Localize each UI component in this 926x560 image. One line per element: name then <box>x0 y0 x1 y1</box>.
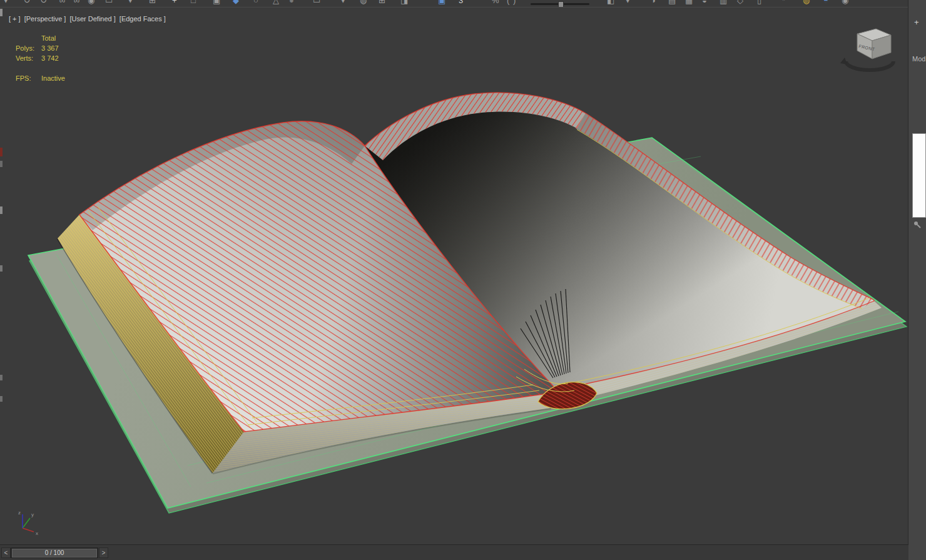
stats-verts-label: Verts: <box>16 53 41 63</box>
coordsys-arrow-icon[interactable]: ▾ <box>341 0 345 6</box>
viewcube-cube[interactable]: FRONT <box>857 29 891 59</box>
select-object-icon[interactable]: ⊞ <box>149 0 156 6</box>
unlink-selection-icon[interactable]: ∞ <box>74 0 79 6</box>
undo-icon[interactable]: ↺ <box>24 0 31 6</box>
viewport-layout-tab-button[interactable]: + <box>914 18 919 27</box>
viewport-statistics: Total Polys: 3 367 Verts: 3 742 FPS: Ina… <box>16 33 65 83</box>
select-and-link-icon[interactable]: ∞ <box>59 0 65 6</box>
select-and-rotate-icon[interactable]: ○ <box>253 0 258 6</box>
select-and-place-icon[interactable]: ● <box>289 0 294 6</box>
previous-frame-button[interactable]: < <box>1 547 11 558</box>
axis-x-line <box>23 528 34 532</box>
select-by-name-icon[interactable]: + <box>172 0 177 6</box>
time-slider-handle[interactable]: 0 / 100 <box>12 549 97 557</box>
mirror-icon[interactable]: ◑ <box>651 0 656 6</box>
rendered-frame-window-icon[interactable]: ◍ <box>803 0 810 6</box>
axis-y-label: y <box>31 512 34 517</box>
stats-fps-label: FPS: <box>16 73 41 83</box>
book-object[interactable] <box>28 93 907 513</box>
3ds-max-window: [ + ] [Perspective ] [User Defined ] [Ed… <box>0 0 926 560</box>
selection-filter-dropdown[interactable]: ▭ <box>105 0 113 6</box>
keyboard-shortcut-override-icon[interactable]: ◨ <box>400 0 408 6</box>
ribbon-toggle-icon[interactable]: ◒ <box>702 0 707 6</box>
angle-snap-icon[interactable]: ° <box>476 0 479 6</box>
use-pivot-center-icon[interactable]: ◍ <box>360 0 367 6</box>
viewport-pov-menu[interactable]: [Perspective ] <box>24 15 66 23</box>
viewport-label: [ + ] [Perspective ] [User Defined ] [Ed… <box>9 15 168 23</box>
stats-verts-value: 3 742 <box>41 53 59 63</box>
edit-named-selection-icon[interactable]: ◧ <box>607 0 614 6</box>
redo-icon[interactable]: ↻ <box>40 0 47 6</box>
world-axis-gizmo: x y z <box>13 506 50 538</box>
time-slider-bar: < 0 / 100 > <box>0 544 908 560</box>
time-slider-track[interactable]: 0 / 100 <box>11 547 98 558</box>
stats-polys-label: Polys: <box>16 43 41 53</box>
axis-z-label: z <box>18 510 21 516</box>
rectangular-selection-icon[interactable]: □ <box>191 0 196 6</box>
named-selection-dropdown[interactable]: ▾ <box>626 0 630 6</box>
curve-editor-icon[interactable]: ▥ <box>720 0 727 6</box>
stats-polys-value: 3 367 <box>41 43 59 53</box>
bind-to-spacewarp-icon[interactable]: ◉ <box>88 0 94 6</box>
viewport-view-name[interactable]: [User Defined ] <box>69 15 115 23</box>
axis-x-label: x <box>36 531 38 536</box>
toolbar-slider-handle[interactable] <box>558 1 564 8</box>
selection-filter-arrow-icon[interactable]: ▾ <box>128 0 133 6</box>
window-crossing-icon[interactable]: ▣ <box>213 0 220 6</box>
left-edge-icon-fragment <box>0 148 3 156</box>
left-edge-icon-fragment <box>0 396 3 402</box>
stats-total-header: Total <box>41 33 65 43</box>
percent-snap-icon[interactable]: % <box>492 0 499 6</box>
left-edge-icon-fragment <box>0 161 3 167</box>
viewport-shading-menu[interactable]: [Edged Faces ] <box>120 15 166 23</box>
viewcube-ring-arrow <box>840 58 847 64</box>
align-icon[interactable]: ▤ <box>668 0 676 6</box>
reference-coordsys-dropdown[interactable]: ▭ <box>313 0 320 6</box>
snap-3d-label-icon[interactable]: 3 <box>459 0 463 6</box>
render-setup-icon[interactable]: * <box>782 0 785 6</box>
spinner-snap-icon-left[interactable]: ( <box>507 0 509 6</box>
stats-fps-value: Inactive <box>41 73 65 83</box>
command-panel-sliver: + Mod <box>908 0 926 560</box>
left-edge-icon-fragment <box>0 9 3 16</box>
select-and-scale-icon[interactable]: △ <box>273 0 279 6</box>
schematic-view-icon[interactable]: ◇ <box>737 0 743 6</box>
left-edge-icon-fragment <box>0 206 3 214</box>
viewcube[interactable]: FRONT <box>838 21 898 79</box>
modifier-list-label: Mod <box>912 55 926 63</box>
left-edge-icon-fragment <box>0 375 3 380</box>
select-and-manipulate-icon[interactable]: ⊞ <box>379 0 385 6</box>
axis-y-line <box>23 518 30 528</box>
next-frame-button[interactable]: > <box>99 547 108 558</box>
viewcube-ring[interactable] <box>846 61 893 70</box>
perspective-viewport[interactable]: [ + ] [Perspective ] [User Defined ] [Ed… <box>0 8 908 545</box>
spinner-snap-icon-right[interactable]: ) <box>513 0 516 6</box>
menu-fragment-icon[interactable]: ▾ <box>4 0 8 6</box>
scene-canvas[interactable] <box>0 8 908 545</box>
select-and-move-icon[interactable]: ◆ <box>233 0 239 6</box>
material-editor-icon[interactable]: ▯ <box>757 0 761 6</box>
render-production-icon[interactable]: ◓ <box>823 0 828 6</box>
main-toolbar: ▾↺↻∞∞◉▭▾⊞+□▣◆○△●▭▾◍⊞◨▣3°%()◧▾◑▤▦◒▥◇▯*◍◓◉ <box>0 0 926 8</box>
render-iterative-icon[interactable]: ◉ <box>842 0 848 6</box>
toolbar-slider[interactable] <box>531 3 589 5</box>
modifier-stack-list[interactable] <box>912 133 926 218</box>
left-edge-icon-fragment <box>0 265 3 272</box>
pin-icon[interactable] <box>913 220 922 229</box>
layer-manager-icon[interactable]: ▦ <box>685 0 693 6</box>
viewport-general-menu[interactable]: [ + ] <box>9 15 21 23</box>
snap-toggle-icon[interactable]: ▣ <box>438 0 445 6</box>
